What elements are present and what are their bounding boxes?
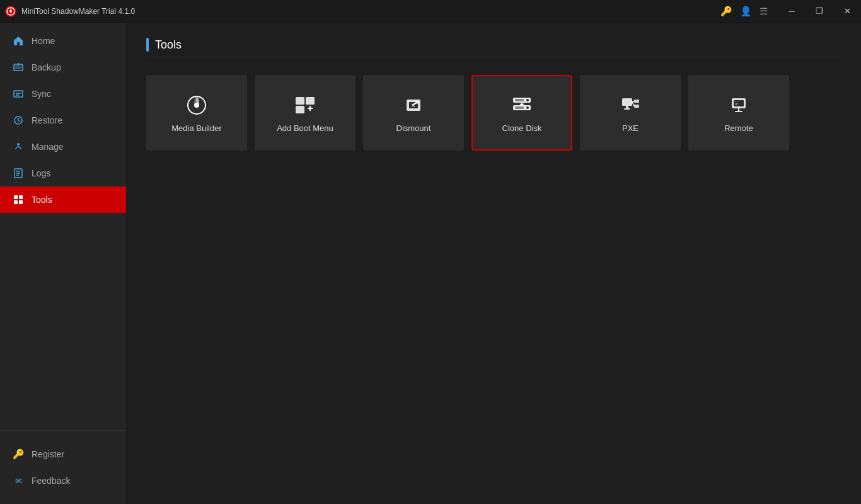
add-boot-menu-icon: [293, 93, 317, 117]
remote-icon: >_: [727, 93, 751, 117]
svg-rect-22: [296, 106, 304, 113]
tool-card-dismount[interactable]: ✕ Dismount: [363, 75, 464, 151]
svg-rect-35: [515, 106, 524, 109]
svg-rect-39: [624, 108, 630, 110]
svg-point-34: [526, 106, 529, 109]
page-title-accent: [146, 38, 149, 52]
sidebar-home-label: Home: [32, 36, 55, 46]
feedback-mail-icon: ✉: [13, 475, 24, 486]
tool-card-pxe[interactable]: PXE: [580, 75, 681, 151]
backup-icon: [13, 62, 24, 73]
svg-rect-17: [19, 200, 23, 204]
svg-rect-37: [622, 98, 632, 106]
clone-disk-label: Clone Disk: [502, 123, 542, 133]
svg-rect-40: [634, 100, 639, 103]
tools-grid: Media Builder Add Boot Menu: [146, 75, 841, 151]
tools-icon: [13, 194, 24, 205]
sidebar-item-register[interactable]: 🔑 Register: [0, 441, 126, 467]
tool-card-add-boot-menu[interactable]: Add Boot Menu: [255, 75, 355, 151]
tool-card-remote[interactable]: >_ Remote: [688, 75, 789, 151]
sidebar-nav: Home Backup Sync Restore: [0, 28, 126, 430]
title-bar-left: MiniTool ShadowMaker Trial 4.1.0: [5, 6, 135, 17]
sidebar-item-sync[interactable]: Sync: [0, 81, 126, 107]
svg-rect-38: [626, 106, 628, 108]
sidebar-tools-label: Tools: [32, 195, 52, 205]
sidebar-manage-label: Manage: [32, 142, 64, 152]
media-builder-icon: [185, 93, 209, 117]
svg-text:✕: ✕: [411, 103, 415, 108]
svg-point-49: [737, 101, 739, 102]
add-boot-menu-label: Add Boot Menu: [277, 123, 333, 133]
sidebar-sync-label: Sync: [32, 89, 51, 99]
sidebar-restore-label: Restore: [32, 115, 62, 125]
remote-label: Remote: [724, 123, 753, 133]
sidebar-item-restore[interactable]: Restore: [0, 107, 126, 134]
logs-icon: [13, 168, 24, 179]
restore-button[interactable]: ❐: [811, 4, 828, 19]
dismount-label: Dismount: [396, 123, 431, 133]
sidebar-item-backup[interactable]: Backup: [0, 54, 126, 81]
title-bar: MiniTool ShadowMaker Trial 4.1.0 🔑 👤 ☰ ─…: [0, 0, 861, 23]
menu-icon[interactable]: ☰: [760, 6, 768, 17]
user-icon[interactable]: 👤: [740, 6, 752, 17]
content-area: Tools Media Builder: [126, 23, 861, 504]
svg-point-9: [17, 143, 20, 146]
page-title: Tools: [155, 38, 182, 52]
page-title-bar: Tools: [146, 38, 841, 57]
sidebar-item-tools[interactable]: Tools: [0, 186, 126, 213]
sidebar: Home Backup Sync Restore: [0, 23, 126, 504]
svg-rect-51: [735, 111, 743, 112]
sidebar-item-home[interactable]: Home: [0, 28, 126, 54]
title-icons: 🔑 👤 ☰: [720, 6, 768, 17]
svg-rect-20: [296, 97, 304, 105]
media-builder-label: Media Builder: [171, 123, 222, 133]
home-icon: [13, 35, 24, 47]
sidebar-bottom: 🔑 Register ✉ Feedback: [0, 430, 126, 504]
svg-rect-5: [14, 91, 23, 97]
svg-rect-14: [14, 195, 18, 199]
svg-point-44: [632, 101, 633, 103]
sidebar-item-manage[interactable]: Manage: [0, 134, 126, 160]
svg-rect-24: [309, 106, 311, 111]
restore-icon: [13, 115, 24, 126]
svg-text:>_: >_: [735, 101, 741, 106]
sidebar-item-feedback[interactable]: ✉ Feedback: [0, 467, 126, 494]
svg-rect-21: [306, 97, 315, 105]
app-logo: [5, 6, 16, 17]
manage-icon: [13, 141, 24, 152]
tool-card-clone-disk[interactable]: Clone Disk: [471, 75, 572, 151]
main-layout: Home Backup Sync Restore: [0, 23, 861, 504]
svg-rect-16: [14, 200, 18, 204]
svg-point-31: [526, 99, 529, 101]
app-title: MiniTool ShadowMaker Trial 4.1.0: [21, 7, 135, 16]
minimize-button[interactable]: ─: [783, 4, 800, 19]
sidebar-logs-label: Logs: [32, 168, 50, 178]
register-key-icon: 🔑: [13, 449, 24, 460]
svg-rect-41: [634, 105, 639, 108]
sidebar-feedback-label: Feedback: [32, 476, 70, 486]
svg-point-48: [735, 101, 736, 102]
tool-card-media-builder[interactable]: Media Builder: [146, 75, 247, 151]
pxe-icon: [618, 93, 642, 117]
close-button[interactable]: ✕: [838, 4, 856, 19]
key-icon[interactable]: 🔑: [720, 6, 732, 17]
svg-rect-3: [15, 66, 21, 69]
sync-icon: [13, 88, 24, 100]
dismount-icon: ✕: [402, 93, 425, 117]
sidebar-register-label: Register: [32, 449, 64, 459]
pxe-label: PXE: [622, 123, 639, 133]
sidebar-backup-label: Backup: [32, 62, 61, 72]
sidebar-item-logs[interactable]: Logs: [0, 160, 126, 186]
svg-rect-15: [19, 195, 23, 199]
clone-disk-icon: [510, 93, 534, 117]
svg-rect-32: [515, 99, 524, 101]
